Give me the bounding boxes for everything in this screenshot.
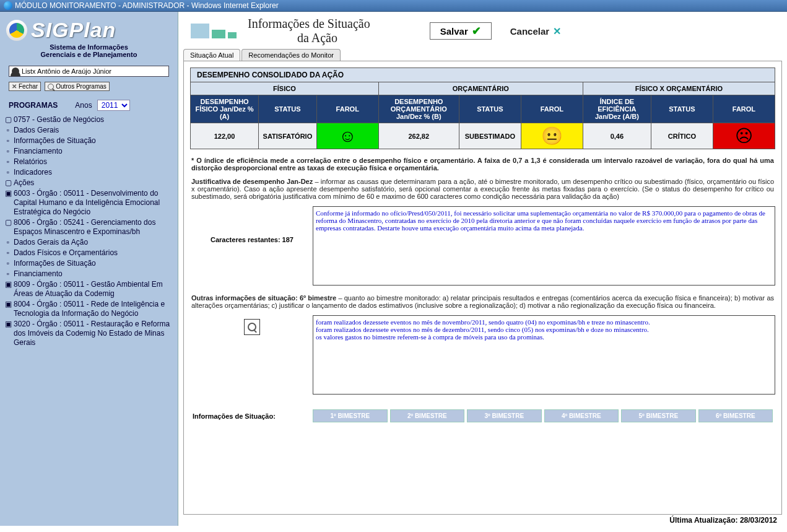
tree-item[interactable]: 8004 - Órgão : 05011 - Rede de Inteligên… <box>14 300 174 318</box>
year-select[interactable]: 2011 <box>97 100 130 111</box>
farol-orc-icon: 😐 <box>521 123 583 149</box>
ie-icon <box>4 1 12 10</box>
folder-closed-icon[interactable] <box>4 320 12 329</box>
cancelar-button[interactable]: Cancelar✕ <box>510 25 561 37</box>
sidebar: SIGPlan Sistema de InformaçõesGerenciais… <box>0 12 178 526</box>
fechar-button[interactable]: ✕Fechar <box>9 82 41 91</box>
magnifier-icon <box>248 323 256 331</box>
folder-closed-icon[interactable] <box>4 189 12 198</box>
folder-open-icon[interactable] <box>4 218 12 227</box>
logo-title: SIGPlan <box>31 18 116 42</box>
outros-programas-button[interactable]: Outros Programas <box>45 82 110 91</box>
doc-icon <box>4 157 12 167</box>
bimestre-row: Informações de Situação: 1º BIMESTRE 2º … <box>190 403 775 425</box>
zoom-button[interactable] <box>244 319 260 335</box>
header-decoration <box>191 24 237 38</box>
window-titlebar: MÓDULO MONITORAMENTO - ADMINISTRADOR - W… <box>0 0 787 12</box>
folder-open-icon[interactable] <box>4 178 12 188</box>
doc-icon <box>4 259 12 268</box>
tree-item[interactable]: Dados Gerais da Ação <box>14 238 174 247</box>
tab-panel: DESEMPENHO CONSOLIDADO DA AÇÃO FÍSICO OR… <box>183 61 782 515</box>
tree-item[interactable]: Indicadores <box>14 168 174 177</box>
char-counter: Caracteres restantes: 187 <box>196 206 308 243</box>
user-name: Listx Antônio de Araújo Júnior <box>22 68 111 75</box>
tree-item[interactable]: Financiamento <box>14 269 174 279</box>
outras-info-input[interactable]: foram realizados dezessete eventos no mê… <box>313 315 775 395</box>
tree-item[interactable]: Relatórios <box>14 157 174 167</box>
logo-subtitle: Sistema de InformaçõesGerenciais e de Pl… <box>0 43 178 58</box>
doc-icon <box>4 269 12 279</box>
tree-item[interactable]: 3020 - Órgão : 05011 - Restauração e Ref… <box>14 320 174 347</box>
tree-item[interactable]: Ações <box>14 178 174 188</box>
tab-recomendacoes[interactable]: Recomendações do Monitor <box>241 49 341 61</box>
outras-info-text: Outras informações de situação: 6º bimes… <box>191 294 774 309</box>
doc-icon <box>4 238 12 247</box>
doc-icon <box>4 126 12 135</box>
bim-6-button[interactable]: 6º BIMESTRE <box>698 409 773 422</box>
salvar-button[interactable]: Salvar✔ <box>430 22 492 40</box>
check-icon: ✔ <box>472 24 481 38</box>
farol-fisico-icon: ☺ <box>316 123 378 149</box>
doc-icon <box>4 147 12 156</box>
tree-item[interactable]: Informações de Situação <box>14 259 174 268</box>
tree-item[interactable]: Dados Físicos e Orçamentários <box>14 248 174 258</box>
tree-item[interactable]: 8006 - Órgão : 05241 - Gerenciamento dos… <box>14 218 174 237</box>
folder-closed-icon[interactable] <box>4 300 12 309</box>
user-box: Listx Antônio de Araújo Júnior <box>9 66 169 77</box>
bim-3-button[interactable]: 3º BIMESTRE <box>467 409 542 422</box>
justificativa-input[interactable]: Conforme já informado no ofício/Presd/05… <box>313 206 775 286</box>
tree-item[interactable]: Financiamento <box>14 147 174 156</box>
bim-label: Informações de Situação: <box>193 412 310 420</box>
justificativa-text: Justificativa de desempenho Jan-Dez – in… <box>191 178 774 200</box>
doc-icon <box>4 248 12 258</box>
val-fisico: 122,00 <box>191 123 259 149</box>
status-fisico: SATISFATÓRIO <box>259 123 317 149</box>
cancel-x-icon: ✕ <box>553 25 561 37</box>
search-icon <box>48 84 54 90</box>
desempenho-table: DESEMPENHO CONSOLIDADO DA AÇÃO FÍSICO OR… <box>190 68 775 149</box>
last-update: Última Atualização: 28/03/2012 <box>183 515 782 525</box>
programas-label: PROGRAMAS <box>9 101 58 110</box>
tree-item[interactable]: 6003 - Órgão : 05011 - Desenvolvimento d… <box>14 189 174 217</box>
tree-item[interactable]: 8009 - Órgão : 05011 - Gestão Ambiental … <box>14 280 174 299</box>
user-icon <box>12 68 19 75</box>
table-title: DESEMPENHO CONSOLIDADO DA AÇÃO <box>191 68 775 82</box>
close-icon: ✕ <box>12 83 17 90</box>
logo: SIGPlan <box>0 12 178 43</box>
doc-icon <box>4 168 12 177</box>
bim-5-button[interactable]: 5º BIMESTRE <box>621 409 696 422</box>
bim-4-button[interactable]: 4º BIMESTRE <box>544 409 619 422</box>
val-ind: 0,46 <box>583 123 651 149</box>
status-ind: CRÍTICO <box>651 123 713 149</box>
logo-icon <box>6 20 27 41</box>
page-title: Informações de Situaçãoda Ação <box>248 17 370 45</box>
anos-label: Anos <box>75 101 92 110</box>
val-orc: 262,82 <box>378 123 459 149</box>
tab-situacao-atual[interactable]: Situação Atual <box>183 49 240 61</box>
doc-icon <box>4 136 12 146</box>
tree-item[interactable]: Informações de Situação <box>14 136 174 146</box>
program-tree: 0757 - Gestão de Negócios Dados Gerais I… <box>0 113 178 352</box>
tree-item[interactable]: Dados Gerais <box>14 126 174 135</box>
folder-open-icon[interactable] <box>4 115 12 124</box>
folder-closed-icon[interactable] <box>4 280 12 289</box>
farol-ind-icon: ☹ <box>713 123 775 149</box>
bim-1-button[interactable]: 1º BIMESTRE <box>313 409 388 422</box>
efficiency-note: * O índice de eficiência mede a correlaç… <box>191 157 774 172</box>
tree-root[interactable]: 0757 - Gestão de Negócios <box>14 115 174 124</box>
status-orc: SUBESTIMADO <box>459 123 521 149</box>
bim-2-button[interactable]: 2º BIMESTRE <box>390 409 465 422</box>
window-title: MÓDULO MONITORAMENTO - ADMINISTRADOR - W… <box>15 1 279 10</box>
